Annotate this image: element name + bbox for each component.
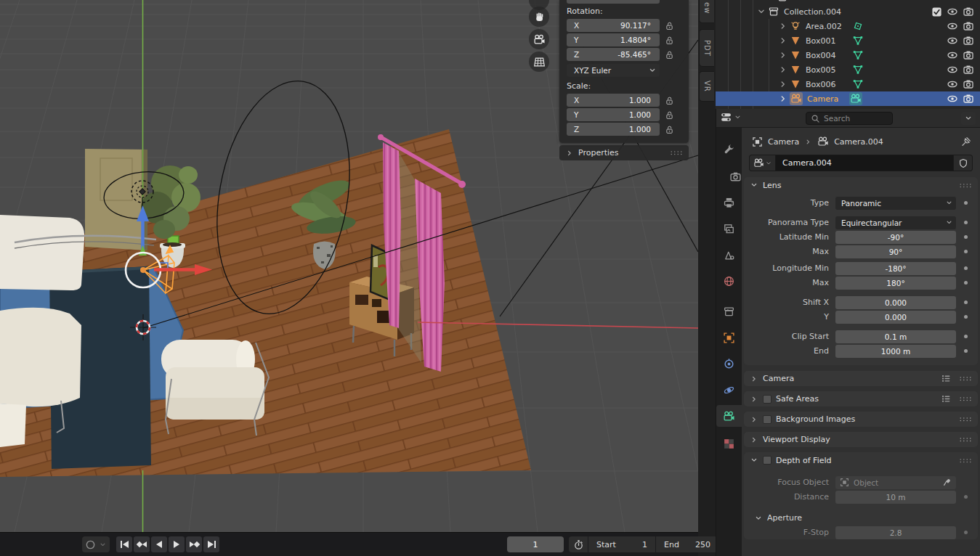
pan-view-button[interactable]	[529, 7, 549, 27]
eye-icon[interactable]	[947, 6, 958, 17]
object-name[interactable]: Camera	[807, 94, 838, 104]
animate-dot[interactable]	[964, 349, 968, 353]
tab-collection[interactable]	[716, 301, 742, 322]
tab-object[interactable]	[716, 327, 742, 348]
safe-areas-checkbox[interactable]	[763, 395, 772, 404]
chevron-right-icon[interactable]	[778, 21, 788, 31]
eye-icon[interactable]	[947, 35, 958, 46]
animate-dot[interactable]	[964, 301, 968, 304]
grip-icon[interactable]	[959, 396, 972, 402]
eye-icon[interactable]	[947, 93, 958, 105]
latitude-min-field[interactable]: -90°	[835, 231, 956, 244]
tab-scene[interactable]	[716, 244, 742, 266]
latitude-max-field[interactable]: 90°	[835, 245, 956, 258]
grip-icon[interactable]	[959, 182, 972, 189]
panorama-type-dropdown[interactable]: Equirectangular	[835, 216, 956, 229]
shift-y-field[interactable]: 0.000	[835, 311, 956, 324]
tab-render[interactable]	[716, 165, 742, 187]
fstop-field[interactable]: 2.8	[835, 526, 956, 539]
current-frame-field[interactable]: 1	[507, 536, 564, 552]
jump-to-start-button[interactable]	[116, 536, 132, 552]
tab-output[interactable]	[716, 192, 742, 213]
eye-icon[interactable]	[947, 49, 958, 61]
grip-icon[interactable]	[959, 375, 972, 382]
search-input[interactable]	[824, 114, 882, 123]
outliner-row-camera-selected[interactable]: Camera	[716, 91, 980, 106]
scale-x-field[interactable]: X 1.000	[567, 94, 660, 107]
next-keyframe-button[interactable]	[186, 536, 202, 552]
focus-object-field[interactable]: Object	[835, 476, 956, 489]
shift-x-field[interactable]: 0.000	[835, 296, 956, 309]
outliner-row-mesh[interactable]: Box006	[716, 77, 980, 91]
rotation-mode-dropdown[interactable]: XYZ Euler	[567, 64, 660, 77]
animate-dot[interactable]	[964, 266, 968, 270]
checkbox-checked-icon[interactable]	[931, 7, 942, 17]
tab-physics[interactable]	[716, 379, 742, 401]
tab-object-data-active[interactable]	[716, 405, 742, 427]
tab-constraints[interactable]	[716, 353, 742, 375]
lock-icon[interactable]	[665, 125, 674, 134]
outliner-row-mesh[interactable]: Box001	[716, 33, 980, 48]
tab-world[interactable]	[716, 270, 742, 292]
chevron-right-icon[interactable]	[778, 50, 788, 60]
outliner-row-mesh[interactable]: Box004	[716, 48, 980, 62]
properties-collapsed-panel[interactable]: Properties	[559, 145, 689, 160]
outliner-row-mesh[interactable]: Box005	[716, 62, 980, 77]
safe-areas-panel-header[interactable]: Safe Areas	[744, 391, 978, 406]
animate-dot[interactable]	[964, 250, 968, 253]
dof-checkbox[interactable]	[763, 456, 772, 465]
viewport-display-panel-header[interactable]: Viewport Display	[744, 432, 978, 447]
viewport-3d[interactable]: Rotation: X 90.117° Y 1.4804° Z -85.465°	[0, 0, 698, 532]
lock-icon[interactable]	[665, 96, 674, 105]
clipped-field[interactable]	[567, 0, 660, 4]
animate-dot[interactable]	[964, 221, 968, 224]
collection-name[interactable]: Collection.004	[784, 7, 841, 17]
camera-visibility-icon[interactable]	[963, 6, 974, 17]
chevron-down-icon[interactable]	[756, 7, 766, 17]
camera-panel-header[interactable]: Camera	[744, 371, 978, 386]
tab-texture[interactable]	[716, 433, 742, 454]
outliner-row-collection[interactable]: Collection.004	[716, 4, 980, 19]
outliner-row-light[interactable]: Area.002	[716, 19, 980, 33]
grip-icon[interactable]	[959, 457, 972, 464]
grip-icon[interactable]	[959, 416, 972, 422]
presets-list-icon[interactable]	[941, 373, 952, 384]
eyedropper-icon[interactable]	[942, 478, 952, 487]
camera-visibility-icon[interactable]	[963, 78, 974, 90]
keying-set-button[interactable]	[82, 536, 110, 552]
longitude-min-field[interactable]: -180°	[835, 262, 956, 275]
editor-type-button[interactable]	[720, 111, 742, 123]
background-images-checkbox[interactable]	[763, 415, 772, 424]
scale-z-field[interactable]: Z 1.000	[567, 123, 660, 136]
properties-search[interactable]	[806, 112, 893, 125]
rotation-x-field[interactable]: X 90.117°	[567, 19, 660, 32]
camera-visibility-icon[interactable]	[963, 64, 974, 75]
auto-keyframe-button[interactable]	[569, 536, 588, 552]
eye-icon[interactable]	[947, 20, 958, 32]
rotation-z-field[interactable]: Z -85.465°	[567, 48, 660, 61]
aperture-subpanel-header[interactable]: Aperture	[744, 504, 978, 526]
object-name[interactable]: Area.002	[806, 22, 842, 31]
distance-field[interactable]: 10 m	[835, 491, 956, 504]
camera-view-button[interactable]	[529, 29, 549, 49]
chevron-right-icon[interactable]	[778, 36, 788, 46]
start-frame-field[interactable]: Start 1	[588, 536, 655, 552]
object-name[interactable]: Box006	[806, 80, 835, 89]
scale-y-field[interactable]: Y 1.000	[567, 108, 660, 121]
chevron-right-icon[interactable]	[778, 65, 788, 75]
jump-to-end-button[interactable]	[203, 536, 219, 552]
object-name[interactable]: Box004	[806, 51, 835, 60]
background-images-panel-header[interactable]: Background Images	[744, 412, 978, 427]
lock-icon[interactable]	[665, 21, 674, 30]
lock-icon[interactable]	[665, 36, 674, 45]
breadcrumb-data[interactable]: Camera.004	[834, 137, 883, 147]
animate-dot[interactable]	[964, 495, 968, 499]
rotation-y-field[interactable]: Y 1.4804°	[567, 33, 660, 46]
tab-pdt[interactable]: PDT	[699, 29, 714, 67]
clip-start-field[interactable]: 0.1 m	[835, 330, 956, 343]
id-name-field[interactable]: Camera.004	[775, 155, 954, 171]
tab-vr[interactable]: VR	[699, 71, 714, 102]
animate-dot[interactable]	[964, 281, 968, 285]
breadcrumb-object[interactable]: Camera	[768, 137, 799, 147]
camera-visibility-icon[interactable]	[963, 20, 974, 32]
